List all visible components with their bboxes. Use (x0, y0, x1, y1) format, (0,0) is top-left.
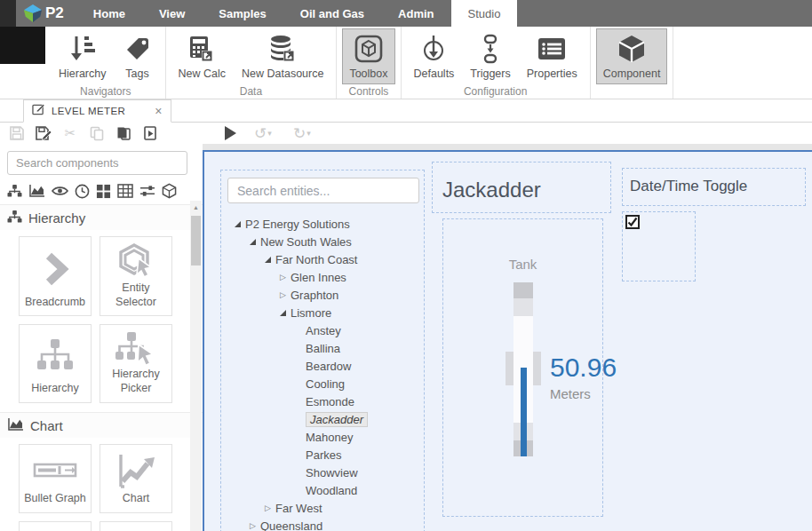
datetime-toggle-panel[interactable] (622, 211, 696, 281)
component-category-iconbar (0, 175, 203, 204)
tile-bullet-graph[interactable]: Bullet Graph (19, 444, 92, 513)
entity-tree-panel[interactable]: P2 Energy SolutionsNew South WalesFar No… (220, 170, 425, 531)
play-button[interactable] (220, 124, 240, 142)
tree-node-queensland[interactable]: ▷Queensland (221, 517, 424, 531)
tree-node-mahoney[interactable]: Mahoney (221, 428, 424, 446)
ribbon-group-data: New CalcNew DatasourceData (166, 27, 338, 99)
grid-2x2-icon[interactable] (96, 184, 111, 199)
scrollbar-thumb[interactable] (191, 216, 201, 266)
logo-text: P2 (45, 4, 64, 22)
tree-node-anstey[interactable]: Anstey (221, 321, 424, 339)
collapsed-triangle-icon[interactable]: ▷ (245, 521, 260, 530)
nav-item-samples[interactable]: Samples (202, 0, 283, 27)
p2-logo-icon (23, 4, 43, 23)
tile-hierarchy-picker[interactable]: Hierarchy Picker (100, 324, 172, 402)
tile-layout-grid-icon[interactable] (100, 521, 172, 531)
tree-node-label: Jackadder (306, 412, 368, 427)
tile-breadcrumb[interactable]: Breadcrumb (19, 236, 92, 316)
document-toolbar: ✂↺▾↻▾ (0, 123, 812, 144)
tree-node-ballina[interactable]: Ballina (221, 339, 424, 357)
tree-node-far-north-coast[interactable]: Far North Coast (221, 250, 424, 268)
nav-item-studio[interactable]: Studio (451, 0, 518, 27)
tile-pie-chart-icon[interactable] (19, 521, 92, 531)
tree-node-label: Lismore (291, 306, 331, 320)
tree-node-label: New South Wales (260, 235, 352, 249)
nav-item-home[interactable]: Home (76, 0, 142, 27)
level-meter-panel[interactable]: Tank 50.96 Meters (442, 218, 603, 517)
collapsed-triangle-icon[interactable]: ▷ (260, 503, 275, 512)
gauge-readout: 50.96 Meters (550, 353, 617, 401)
defaults-arrow-icon (420, 33, 447, 65)
search-entities-input[interactable] (227, 178, 419, 203)
expanded-triangle-icon[interactable] (230, 221, 245, 227)
chevron-right-icon (36, 242, 75, 296)
tree-node-new-south-wales[interactable]: New South Wales (221, 233, 424, 250)
save-edit-button[interactable] (34, 124, 53, 142)
tab-label: LEVEL METER (52, 106, 125, 116)
new-calc-button[interactable]: New Calc (171, 28, 234, 84)
toolbox-button[interactable]: Toolbox (342, 28, 394, 84)
cube-icon[interactable] (162, 183, 177, 199)
section-header-hierarchy[interactable]: Hierarchy (0, 204, 203, 230)
run-document-button[interactable] (140, 124, 160, 142)
tree-node-lismore[interactable]: Lismore (221, 304, 424, 321)
tree-node-jackadder[interactable]: Jackadder (221, 410, 424, 428)
tree-node-esmonde[interactable]: Esmonde (221, 392, 424, 410)
entity-title: Jackadder (433, 162, 610, 202)
org-chart-icon[interactable] (7, 184, 22, 198)
tile-hierarchy[interactable]: Hierarchy (19, 324, 92, 402)
search-components-input[interactable] (7, 151, 187, 175)
entity-tree: P2 Energy SolutionsNew South WalesFar No… (221, 215, 424, 531)
area-chart-icon[interactable] (28, 184, 45, 198)
clock-icon[interactable] (75, 184, 90, 199)
tile-chart[interactable]: Chart (100, 444, 172, 513)
expanded-triangle-icon[interactable] (260, 257, 275, 263)
tree-node-graphton[interactable]: ▷Graphton (221, 286, 424, 304)
ribbon-button-label: Hierarchy (59, 67, 107, 80)
tab-level-meter[interactable]: LEVEL METER × (23, 99, 171, 123)
tile-label: Breadcrumb (25, 296, 85, 310)
nav-item-oil-and-gas[interactable]: Oil and Gas (283, 0, 381, 27)
tree-node-p2-energy-solutions[interactable]: P2 Energy Solutions (221, 215, 424, 233)
nav-item-admin[interactable]: Admin (381, 0, 450, 27)
tree-node-cooling[interactable]: Cooling (221, 375, 424, 392)
tree-node-beardow[interactable]: Beardow (221, 357, 424, 375)
tree-node-woodland[interactable]: Woodland (221, 481, 424, 499)
hierarchy-button[interactable]: Hierarchy (52, 28, 114, 84)
tags-button[interactable]: Tags (115, 28, 160, 84)
undo-button: ↺▾ (247, 124, 279, 142)
paste-button[interactable] (114, 124, 133, 142)
sidebar-scrollbar[interactable]: ▲ (190, 201, 202, 531)
entity-title-panel[interactable]: Jackadder (432, 162, 611, 213)
gauge-range-segment (513, 298, 533, 316)
undo-icon: ↺ (254, 124, 267, 142)
new-datasource-button[interactable]: New Datasource (235, 28, 330, 84)
datetime-toggle-title-panel[interactable]: Date/Time Toggle (622, 168, 806, 206)
collapsed-triangle-icon[interactable]: ▷ (275, 273, 291, 281)
triggers-icon (479, 33, 502, 65)
eye-icon[interactable] (52, 185, 68, 197)
tile-entity-selector[interactable]: Entity Selector (100, 236, 172, 316)
tree-node-far-west[interactable]: ▷Far West (221, 499, 424, 517)
close-icon[interactable]: × (155, 105, 162, 117)
defaults-button[interactable]: Defaults (407, 28, 462, 84)
ribbon-group-label: Data (171, 84, 331, 99)
scrollbar-up-arrow[interactable]: ▲ (190, 201, 202, 213)
tree-node-parkes[interactable]: Parkes (221, 446, 424, 464)
redo-icon: ↻ (293, 124, 306, 142)
nav-item-view[interactable]: View (142, 0, 202, 27)
section-header-chart[interactable]: Chart (0, 412, 203, 438)
datetime-toggle-checkbox[interactable] (625, 215, 640, 229)
tile-label: Hierarchy (31, 382, 79, 396)
expanded-triangle-icon[interactable] (245, 239, 260, 245)
triggers-button[interactable]: Triggers (463, 28, 517, 84)
org-chart-tile-icon (35, 330, 76, 382)
expanded-triangle-icon[interactable] (275, 310, 291, 316)
collapsed-triangle-icon[interactable]: ▷ (275, 290, 291, 299)
tree-node-showview[interactable]: Showview (221, 464, 424, 481)
table-icon[interactable] (117, 184, 133, 198)
component-button[interactable]: Component (596, 28, 668, 84)
tree-node-glen-innes[interactable]: ▷Glen Innes (221, 268, 424, 286)
properties-button[interactable]: Properties (520, 28, 585, 84)
sliders-icon[interactable] (139, 184, 155, 198)
